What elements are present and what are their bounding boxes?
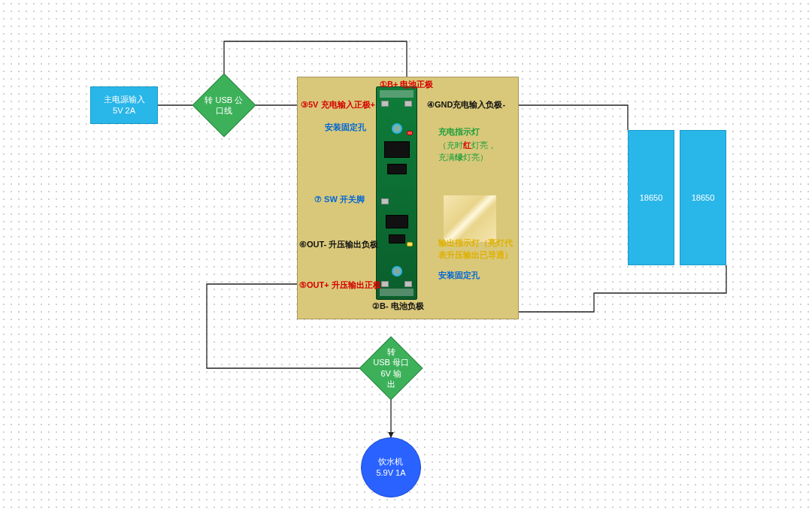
output-led [407,242,413,246]
chg-note-green: 绿 [455,153,463,162]
chg-note-p1: （充时 [438,141,463,150]
node-dispenser[interactable]: 饮水机 5.9V 1A [361,437,421,497]
out-led-l1: 输出指示灯（亮灯代 [438,237,513,249]
bat1-label: 18650 [640,192,663,204]
chg-note-p3: 充满 [438,153,455,162]
label-output-led: 输出指示灯（亮灯代 表升压输出已导通） [438,237,513,262]
label-vin: ③5V 充电输入正极+ [301,99,375,110]
ribbon-cable [444,195,496,242]
chg-note-p2: 灯亮， [471,141,496,150]
label-outplus: ⑤OUT+ 升压输出正极 [299,280,381,290]
node-power-input[interactable]: 主电源输入 5V 2A [90,86,158,124]
node-battery-2[interactable]: 18650 [680,130,726,265]
usb-f-l3: 6V 输 [373,368,409,379]
chg-note-red: 红 [463,141,471,150]
disp-l2: 5.9V 1A [376,467,405,479]
usb-f-l1: 转 [373,346,409,357]
label-bminus: ②B- 电池负极 [372,301,424,311]
label-charge-led: 充电指示灯 [438,126,480,137]
mount-hole-bottom [392,266,402,277]
power-line2: 5V 2A [104,105,145,116]
label-sw: ⑦ SW 开关脚 [314,194,365,204]
disp-l1: 饮水机 [376,456,405,467]
power-line1: 主电源输入 [104,94,145,105]
label-bplus: ①B+ 电池正极 [380,79,433,89]
label-mhole-top: 安装固定孔 [325,122,366,132]
out-led-l2: 表升压输出已导通） [438,249,513,262]
label-gnd: ④GND充电输入负极- [427,99,505,110]
mount-hole-top [392,123,402,134]
usb-f-l2: USB 母口 [373,358,409,368]
charge-led [407,131,413,135]
node-battery-1[interactable]: 18650 [628,130,674,265]
bat2-label: 18650 [692,192,715,204]
label-mhole-bot: 安装固定孔 [438,270,480,280]
label-charge-led-note: （充时红灯亮， 充满绿灯亮） [438,140,496,164]
usb-f-l4: 出 [373,379,409,389]
usb-male-label: 转 USB 公口线 [202,95,246,116]
label-outminus: ⑥OUT- 升压输出负极 [299,239,378,249]
chg-note-p4: 灯亮） [463,153,488,162]
pcb-board[interactable] [376,86,417,300]
